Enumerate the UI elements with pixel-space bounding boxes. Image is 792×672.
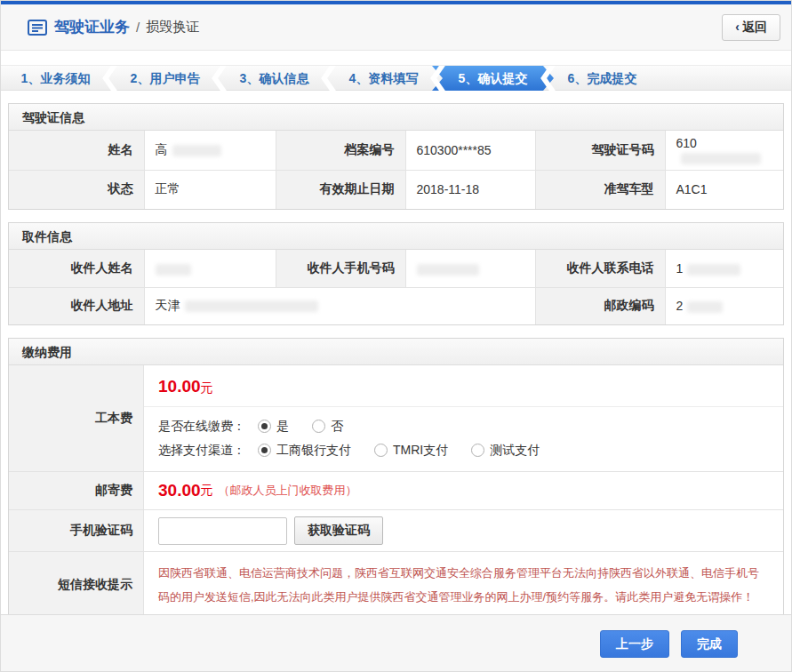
- redacted-text: [156, 264, 191, 276]
- redacted-text: [172, 145, 221, 156]
- name-value: 高: [144, 131, 276, 170]
- captcha-content: 获取验证码: [144, 510, 783, 551]
- table-row: 收件人姓名 收件人手机号码 收件人联系电话 1: [9, 250, 783, 287]
- fees-section: 缴纳费用 工本费 10.00元 是否在线缴费： 是 否 选择支付渠道： 工商银行…: [8, 338, 784, 619]
- step-5-confirm-submit-active: 5、确认提交: [432, 66, 554, 91]
- step-chevron-separator: [545, 66, 551, 91]
- radio-no-label: 否: [331, 419, 343, 435]
- mail-fee-note: （邮政人员上门收取费用）: [219, 483, 357, 499]
- mail-fee-content: 30.00元 （邮政人员上门收取费用）: [144, 472, 783, 509]
- expiry-label: 有效期止日期: [276, 170, 405, 209]
- license-service-icon: [28, 20, 47, 36]
- get-captcha-button[interactable]: 获取验证码: [294, 516, 383, 545]
- radio-test[interactable]: [471, 444, 484, 457]
- sms-tip-row: 短信接收提示 因陕西省联通、电信运营商技术问题，陕西省互联网交通安全综合服务管理…: [9, 552, 783, 618]
- sms-tip-message: 因陕西省联通、电信运营商技术问题，陕西省互联网交通安全综合服务管理平台无法向持陕…: [144, 552, 783, 618]
- expiry-value: 2018-11-18: [405, 170, 535, 209]
- postcode-value: 2: [665, 287, 783, 324]
- table-row: 状态 正常 有效期止日期 2018-11-18 准驾车型 A1C1: [9, 170, 783, 209]
- redacted-text: [185, 300, 318, 312]
- step-4-fill-data: 4、资料填写: [329, 66, 438, 91]
- table-row: 收件人地址 天津 邮政编码 2: [9, 287, 783, 324]
- recipient-address-label: 收件人地址: [9, 287, 144, 324]
- step-6-complete-submit: 6、完成提交: [548, 66, 657, 91]
- captcha-row: 手机验证码 获取验证码: [9, 510, 783, 552]
- redacted-text: [687, 264, 740, 276]
- currency-unit: 元: [201, 380, 213, 395]
- breadcrumb-separator: /: [136, 20, 140, 35]
- radio-icbc-selected[interactable]: [258, 444, 271, 457]
- page-title: 驾驶证业务: [54, 17, 130, 37]
- sms-tip-label: 短信接收提示: [9, 552, 144, 618]
- footer-action-bar: 上一步 完成: [1, 614, 791, 671]
- table-row: 姓名 高 档案编号 610300****85 驾驶证号码 610: [9, 131, 783, 170]
- fee-amount: 10.00: [158, 377, 201, 396]
- postcode-label: 邮政编码: [535, 287, 665, 324]
- status-value: 正常: [144, 170, 276, 209]
- step-wizard: 1、业务须知 2、用户申告 3、确认信息 4、资料填写 5、确认提交 6、完成提…: [1, 65, 791, 91]
- header: 驾驶证业务 / 损毁换证 ‹返回: [1, 4, 791, 51]
- recipient-phone-label: 收件人联系电话: [535, 250, 665, 287]
- radio-option-yes[interactable]: 是: [258, 419, 289, 435]
- payment-options: 是否在线缴费： 是 否 选择支付渠道： 工商银行支付 TMRI支付 测试支付: [144, 407, 783, 471]
- radio-yes-label: 是: [276, 419, 289, 435]
- captcha-input[interactable]: [158, 517, 287, 545]
- mail-fee-row: 邮寄费 30.00元 （邮政人员上门收取费用）: [9, 472, 783, 510]
- production-fee-row: 工本费 10.00元 是否在线缴费： 是 否 选择支付渠道： 工商银行支付 TM…: [9, 365, 783, 472]
- pickup-info-table: 收件人姓名 收件人手机号码 收件人联系电话 1 收件人地址 天津 邮政编码 2: [9, 250, 783, 324]
- step-chevron-separator: [435, 66, 441, 91]
- online-payment-question: 是否在线缴费：: [158, 419, 245, 435]
- step-1-business-notice: 1、业务须知: [1, 66, 110, 91]
- fees-section-title: 缴纳费用: [9, 339, 783, 365]
- license-info-section: 驾驶证信息 姓名 高 档案编号 610300****85 驾驶证号码 610 状…: [8, 103, 784, 210]
- radio-tmri[interactable]: [374, 444, 388, 457]
- currency-unit: 元: [201, 483, 213, 499]
- captcha-label: 手机验证码: [9, 510, 144, 551]
- name-label: 姓名: [9, 131, 144, 170]
- production-fee-content: 10.00元 是否在线缴费： 是 否 选择支付渠道： 工商银行支付 TMRI支付…: [144, 365, 783, 471]
- online-payment-row: 是否在线缴费： 是 否: [158, 414, 769, 438]
- step-chevron-separator: [107, 66, 113, 91]
- vehicle-type-value: A1C1: [665, 170, 783, 209]
- radio-option-test[interactable]: 测试支付: [471, 443, 540, 459]
- license-number-value: 610: [665, 131, 783, 170]
- recipient-phone-value: 1: [665, 250, 783, 287]
- radio-test-label: 测试支付: [490, 443, 540, 459]
- recipient-address-value: 天津: [144, 287, 535, 324]
- pickup-info-section: 取件信息 收件人姓名 收件人手机号码 收件人联系电话 1 收件人地址 天津 邮政…: [8, 222, 784, 325]
- previous-step-button[interactable]: 上一步: [600, 630, 669, 658]
- step-2-user-declaration: 2、用户申告: [110, 66, 220, 91]
- recipient-name-value: [144, 250, 276, 287]
- fee-amount: 30.00: [158, 481, 201, 500]
- step-chevron-separator: [325, 66, 332, 91]
- radio-yes-selected[interactable]: [258, 420, 271, 433]
- vehicle-type-label: 准驾车型: [535, 170, 665, 209]
- mail-fee-label: 邮寄费: [9, 472, 144, 509]
- recipient-mobile-value: [405, 250, 535, 287]
- chevron-left-icon: ‹: [735, 20, 740, 34]
- license-number-label: 驾驶证号码: [535, 131, 665, 170]
- radio-option-tmri[interactable]: TMRI支付: [374, 443, 448, 459]
- back-button-label: 返回: [742, 20, 767, 34]
- recipient-name-label: 收件人姓名: [9, 250, 144, 287]
- file-number-value: 610300****85: [405, 131, 535, 170]
- finish-button[interactable]: 完成: [681, 630, 738, 658]
- step-3-confirm-info: 3、确认信息: [220, 66, 329, 91]
- redacted-text: [687, 301, 723, 313]
- back-button[interactable]: ‹返回: [722, 14, 780, 41]
- file-number-label: 档案编号: [276, 131, 405, 170]
- page: 驾驶证业务 / 损毁换证 ‹返回 1、业务须知 2、用户申告 3、确认信息 4、…: [0, 0, 792, 672]
- production-fee-label: 工本费: [9, 365, 144, 471]
- radio-icbc-label: 工商银行支付: [276, 443, 351, 459]
- production-fee-amount: 10.00元: [144, 365, 783, 407]
- radio-option-no[interactable]: 否: [312, 419, 343, 435]
- pickup-section-title: 取件信息: [9, 223, 783, 250]
- radio-tmri-label: TMRI支付: [393, 443, 448, 459]
- radio-no[interactable]: [312, 420, 325, 433]
- recipient-mobile-label: 收件人手机号码: [276, 250, 405, 287]
- radio-option-icbc[interactable]: 工商银行支付: [258, 443, 351, 459]
- payment-channel-question: 选择支付渠道：: [158, 443, 245, 459]
- payment-channel-row: 选择支付渠道： 工商银行支付 TMRI支付 测试支付: [158, 438, 769, 462]
- redacted-text: [417, 264, 479, 276]
- step-chevron-separator: [216, 66, 222, 91]
